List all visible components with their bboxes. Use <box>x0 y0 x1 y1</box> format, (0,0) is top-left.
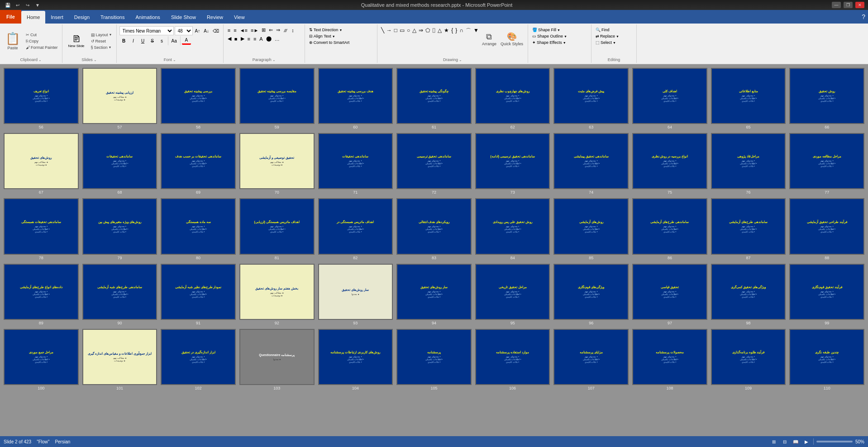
shadow-button[interactable]: s <box>157 38 167 44</box>
slide-thumb-74[interactable]: ساماندهی تحقیق پیمایشی • محتوای مهم• اطل… <box>553 133 629 195</box>
slide-thumb-69[interactable]: ساماندهی تحقیقات بر حسب هدف • محتوای مهم… <box>161 133 236 195</box>
slide-thumb-92[interactable]: بخش هفتم سار روش‌های تحقیق ● مطالب مهم● … <box>239 264 315 325</box>
round-rect-btn[interactable]: ▭ <box>399 26 405 34</box>
smartart-indent-btn[interactable]: ⊞ <box>260 26 267 34</box>
slide-thumb-109[interactable]: فرآیند طلوه برنامه‌گذاری • محتوای مهم• ا… <box>711 329 786 390</box>
section-button[interactable]: § Section ▼ <box>90 45 114 50</box>
slide-thumb-75[interactable]: انواع بررسیه در روش نظری • محتوای مهم• ا… <box>632 133 707 195</box>
slide-thumb-77[interactable]: مراحل مطالعه موردی • محتوای مهم• اطلاعات… <box>789 133 864 195</box>
tab-slideshow[interactable]: Slide Show <box>166 11 201 24</box>
slide-thumb-62[interactable]: روش‌های چهارچوب نظری • محتوای مهم• اطلاع… <box>475 68 550 129</box>
change-case-button[interactable]: Aa <box>170 38 179 44</box>
help-icon[interactable]: ? <box>862 13 865 20</box>
textbox-btn[interactable]: ⌷ <box>431 26 436 34</box>
slide-thumb-78[interactable]: ساماندهی تحقیقات همبستگی • محتوای مهم• ا… <box>4 198 79 260</box>
save-quick-btn[interactable]: 💾 <box>4 1 12 9</box>
redo-quick-btn[interactable]: ↪ <box>24 1 32 9</box>
bullets-button[interactable]: ≡ <box>226 27 232 34</box>
tab-home[interactable]: Home <box>21 11 45 24</box>
slide-thumb-98[interactable]: ویژگی‌های تحقیق کمی‌گری • محتوای مهم• اط… <box>711 264 786 325</box>
rtarrow-shape-btn[interactable]: ⇒ <box>418 26 424 34</box>
restore-btn[interactable]: ❐ <box>844 2 853 8</box>
slide-area[interactable]: انواع تعریف • محتوای مهم• اطلاعات تکمیلی… <box>0 64 868 436</box>
bracket-btn[interactable]: { <box>450 26 454 34</box>
customize-quick-btn[interactable]: ▼ <box>33 1 42 9</box>
slide-thumb-63[interactable]: پیش فرض‌های مثبت • محتوای مهم• اطلاعات ت… <box>553 68 629 129</box>
slide-thumb-59[interactable]: مقایسه بررسی پیشینه تحقیق • محتوای مهم• … <box>239 68 315 129</box>
slide-thumb-93[interactable]: سار روش‌های تحقیق ● محتوا 93 <box>318 264 393 325</box>
align-right-button[interactable]: ▶ <box>239 35 246 43</box>
decrease-indent-button[interactable]: ◄≡ <box>238 27 249 34</box>
close-btn[interactable]: ✕ <box>855 2 864 8</box>
curved-btn[interactable]: ∩ <box>458 26 464 34</box>
replace-button[interactable]: ⇄ Replace ▼ <box>594 33 620 39</box>
slide-thumb-110[interactable]: چندین طبقه نگری • محتوای مهم• اطلاعات تک… <box>789 329 864 390</box>
slide-thumb-90[interactable]: ساماندهی طرح‌های شبه آزمایشی • محتوای مه… <box>82 264 157 325</box>
slide-thumb-66[interactable]: روش تحقیق • محتوای مهم• اطلاعات تکمیلی• … <box>789 68 864 129</box>
more-btn[interactable]: … <box>273 35 281 43</box>
clipboard-expand[interactable]: ⌄ <box>38 58 42 62</box>
slide-thumb-89[interactable]: داده‌های انواع طرح‌های آزمایشی • محتوای … <box>4 264 79 325</box>
slide-thumb-102[interactable]: ابزار اندازه‌گیری در تحقیق • محتوای مهم•… <box>161 329 236 390</box>
font-color-button[interactable]: A <box>182 37 191 45</box>
slide-thumb-65[interactable]: منابع اطلاعاتی • محتوای مهم• اطلاعات تکم… <box>711 68 786 129</box>
increase-indent-button[interactable]: ≡► <box>249 27 260 34</box>
zoom-slider[interactable] <box>816 441 853 442</box>
underline-button[interactable]: U <box>138 38 148 44</box>
slide-thumb-105[interactable]: پرسشنامه • محتوای مهم• اطلاعات تکمیلی• ن… <box>396 329 472 390</box>
tab-transitions[interactable]: Transitions <box>95 11 130 24</box>
star-btn[interactable]: ★ <box>443 26 450 34</box>
align-left-button[interactable]: ◀ <box>226 35 233 43</box>
slide-thumb-85[interactable]: روش‌های آزمایشی • محتوای مهم• اطلاعات تک… <box>553 198 629 260</box>
align-text-button[interactable]: ⊟ Align Text ▼ <box>308 33 337 39</box>
tab-design[interactable]: Design <box>69 11 95 24</box>
quick-styles-button[interactable]: 🎨 Quick Styles <box>499 26 525 52</box>
italic-button[interactable]: I <box>129 38 138 44</box>
clear-format-btn[interactable]: ⌫ <box>211 28 220 34</box>
chevron-shape-btn[interactable]: ⌒ <box>465 26 472 36</box>
find-button[interactable]: 🔍 Find <box>594 27 611 33</box>
callout-btn[interactable]: △ <box>437 26 443 34</box>
arrange-button[interactable]: ⧉ Arrange <box>480 26 498 52</box>
slide-thumb-70[interactable]: تحقیق توصیفی و آزمایشی ● مطالب مهم● توضی… <box>239 133 315 195</box>
slide-thumb-73[interactable]: ساماندهی تحقیق ترسیمی (ادامه) • محتوای م… <box>475 133 550 195</box>
format-painter-button[interactable]: 🖌 Format Painter <box>24 45 59 50</box>
tab-insert[interactable]: Insert <box>45 11 69 24</box>
columns-button[interactable]: ⫻ <box>282 27 290 34</box>
slide-thumb-68[interactable]: ساماندهی تحقیقات • محتوای مهم• اطلاعات ت… <box>82 133 157 195</box>
slide-thumb-84[interactable]: روش تحقیق علی پس رویدادی • محتوای مهم• ا… <box>475 198 550 260</box>
slides-expand[interactable]: ⌄ <box>94 58 97 62</box>
font-face-select[interactable]: Times New Roman <box>119 26 174 35</box>
select-button[interactable]: ⬚ Select ▼ <box>594 40 617 45</box>
slide-thumb-79[interactable]: روش‌های ویژه متغیرهای پیش بین • محتوای م… <box>82 198 157 260</box>
drawing-expand[interactable]: ⌄ <box>459 58 462 62</box>
undo-quick-btn[interactable]: ↩ <box>14 1 22 9</box>
window-controls[interactable]: — ❐ ✕ <box>832 2 864 8</box>
shape-fill-button[interactable]: 🪣 Shape Fill ▼ <box>531 27 562 33</box>
copy-button[interactable]: ⎘ Copy <box>24 38 59 44</box>
paste-button[interactable]: 📋 Paste <box>3 28 23 55</box>
line-shape-btn[interactable]: ╲ <box>380 26 385 34</box>
slide-thumb-60[interactable]: هدف بررسی پیشینه تحقیق • محتوای مهم• اطل… <box>318 68 393 129</box>
slide-thumb-108[interactable]: محصولات پرسشنامه • محتوای مهم• اطلاعات ت… <box>632 329 707 390</box>
shape-outline-button[interactable]: ▭ Shape Outline ▼ <box>531 33 568 39</box>
slide-thumb-97[interactable]: تحقیق قیاسی • محتوای مهم• اطلاعات تکمیلی… <box>632 264 707 325</box>
slide-thumb-95[interactable]: مراحل تحقیق تاریخی • محتوای مهم• اطلاعات… <box>475 264 550 325</box>
tab-review[interactable]: Review <box>201 11 229 24</box>
cut-button[interactable]: ✂ Cut <box>24 32 59 38</box>
line-spacing-button[interactable]: ↕ <box>290 27 296 34</box>
rect-shape-btn[interactable]: □ <box>393 26 398 34</box>
slide-thumb-104[interactable]: روش‌های کاربردی ارتباطات پرسشنامه • محتو… <box>318 329 393 390</box>
numbering-button[interactable]: ≡ <box>232 27 238 34</box>
strikethrough-button[interactable]: S <box>148 38 157 44</box>
slide-thumb-72[interactable]: ساماندهی تحقیق ترسیمی • محتوای مهم• اطلا… <box>396 133 472 195</box>
slide-thumb-58[interactable]: بررسی پیشینه تحقیق • محتوای مهم• اطلاعات… <box>161 68 236 129</box>
slide-thumb-87[interactable]: ساماندهی طرح‌های آزمایشی • محتوای مهم• ا… <box>711 198 786 260</box>
layout-button[interactable]: ▤ Layout ▼ <box>90 32 114 38</box>
slideshow-view-btn[interactable]: ▶ <box>802 437 811 446</box>
text-shadow-btn[interactable]: A <box>258 35 264 43</box>
align-center-button[interactable]: ■ <box>233 35 239 43</box>
freeform-btn[interactable]: ⬠ <box>424 26 431 34</box>
triangle-shape-btn[interactable]: △ <box>411 26 417 34</box>
new-slide-button[interactable]: 🖹 New Slide <box>65 28 88 55</box>
